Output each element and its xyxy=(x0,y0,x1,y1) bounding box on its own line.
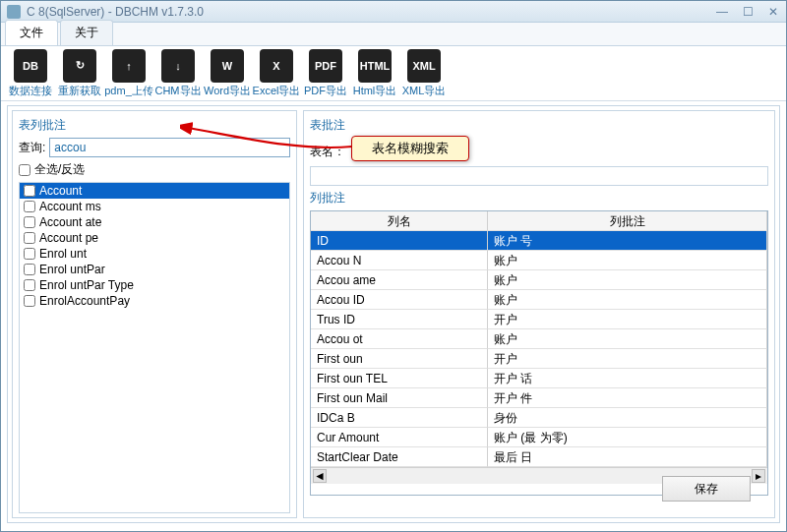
list-label: Enrol unt xyxy=(39,247,87,261)
table-row[interactable]: IDCa B身份 xyxy=(311,408,767,428)
list-label: Account ms xyxy=(39,200,101,213)
table-row[interactable]: StartClear Date最后 日 xyxy=(311,447,767,467)
list-item[interactable]: Account ate xyxy=(20,214,289,230)
toolbar-Excel导出[interactable]: XExcel导出 xyxy=(253,49,300,98)
cell-colnote[interactable]: 账户 xyxy=(488,290,767,310)
tab-file[interactable]: 文件 xyxy=(5,20,58,45)
close-button[interactable]: ✕ xyxy=(766,5,780,19)
select-all-checkbox[interactable] xyxy=(19,164,30,176)
list-item[interactable]: Account ms xyxy=(20,199,289,214)
right-panel: 表批注 表名： Account 列批注 列名 列批注 ID账户 号Accou N… xyxy=(303,110,775,518)
tab-about[interactable]: 关于 xyxy=(60,20,113,45)
cell-colname[interactable]: Accou ID xyxy=(311,290,488,310)
cell-colnote[interactable]: 账户 xyxy=(488,251,767,270)
cell-colname[interactable]: Trus ID xyxy=(311,310,488,329)
search-input[interactable] xyxy=(49,138,290,157)
grid-header: 列名 列批注 xyxy=(311,211,767,231)
toolbar-数据连接[interactable]: DB数据连接 xyxy=(7,49,54,98)
list-label: Account pe xyxy=(39,231,98,245)
list-item[interactable]: Enrol unt xyxy=(20,246,289,262)
list-checkbox[interactable] xyxy=(24,216,35,228)
table-row[interactable]: Accou ID账户 xyxy=(311,290,767,310)
toolbar-label: Html导出 xyxy=(353,84,397,98)
list-label: Account xyxy=(39,184,82,198)
cell-colname[interactable]: StartClear Date xyxy=(311,447,488,467)
header-colnote[interactable]: 列批注 xyxy=(488,211,767,231)
list-label: Enrol untPar Type xyxy=(39,278,134,292)
list-item[interactable]: EnrolAccountPay xyxy=(20,293,289,309)
header-colname[interactable]: 列名 xyxy=(311,211,488,231)
cell-colname[interactable]: First oun xyxy=(311,349,488,369)
window-title: C 8(SqlServer) - DBCHM v1.7.3.0 xyxy=(27,5,715,19)
save-button[interactable]: 保存 xyxy=(662,476,751,502)
toolbar-CHM导出[interactable]: ↓CHM导出 xyxy=(154,49,202,98)
list-item[interactable]: Enrol untPar xyxy=(20,262,289,277)
cell-colname[interactable]: Accou ot xyxy=(311,329,488,349)
column-grid[interactable]: 列名 列批注 ID账户 号Accou N账户Accou ame账户Accou I… xyxy=(310,210,768,496)
table-row[interactable]: Accou N账户 xyxy=(311,251,767,270)
cell-colnote[interactable]: 账户 xyxy=(488,270,767,290)
table-row[interactable]: Accou ot账户 xyxy=(311,329,767,349)
maximize-button[interactable]: ☐ xyxy=(741,5,755,19)
toolbar-PDF导出[interactable]: PDFPDF导出 xyxy=(302,49,349,98)
search-label: 查询: xyxy=(19,140,45,156)
cell-colnote[interactable]: 开户 话 xyxy=(488,369,767,388)
list-checkbox[interactable] xyxy=(24,248,35,260)
toolbar: DB数据连接↻重新获取↑pdm_上传↓CHM导出WWord导出XExcel导出P… xyxy=(1,46,786,101)
titlebar[interactable]: C 8(SqlServer) - DBCHM v1.7.3.0 — ☐ ✕ xyxy=(1,1,786,23)
cell-colname[interactable]: ID xyxy=(311,231,488,251)
list-item[interactable]: Account xyxy=(20,183,289,199)
cell-colname[interactable]: Cur Amount xyxy=(311,428,488,447)
toolbar-label: 重新获取 xyxy=(58,84,101,98)
toolbar-label: 数据连接 xyxy=(9,84,52,98)
list-item[interactable]: Account pe xyxy=(20,230,289,246)
left-panel: 表列批注 查询: 全选/反选 AccountAccount msAccount … xyxy=(12,110,297,518)
toolbar-label: CHM导出 xyxy=(154,84,201,98)
toolbar-XML导出[interactable]: XMLXML导出 xyxy=(400,49,448,98)
cell-colname[interactable]: Accou N xyxy=(311,251,488,270)
cell-colname[interactable]: IDCa B xyxy=(311,408,488,428)
cell-colnote[interactable]: 开户 xyxy=(488,349,767,369)
table-row[interactable]: Cur Amount账户 (最 为零) xyxy=(311,428,767,447)
minimize-button[interactable]: — xyxy=(715,5,729,19)
toolbar-重新获取[interactable]: ↻重新获取 xyxy=(56,49,103,98)
cell-colnote[interactable]: 账户 号 xyxy=(488,231,767,251)
list-checkbox[interactable] xyxy=(24,295,35,307)
list-checkbox[interactable] xyxy=(24,232,35,244)
list-item[interactable]: Enrol untPar Type xyxy=(20,277,289,293)
table-row[interactable]: Trus ID开户 xyxy=(311,310,767,329)
scroll-left-icon[interactable]: ◄ xyxy=(313,469,327,483)
list-label: Account ate xyxy=(39,215,101,229)
table-row[interactable]: Accou ame账户 xyxy=(311,270,767,290)
toolbar-icon: HTML xyxy=(358,49,392,83)
cell-colnote[interactable]: 最后 日 xyxy=(488,447,767,467)
table-row[interactable]: First oun开户 xyxy=(311,349,767,369)
table-row[interactable]: First oun Mail开户 件 xyxy=(311,388,767,408)
select-all-label: 全选/反选 xyxy=(34,161,85,178)
cell-colnote[interactable]: 身份 xyxy=(488,408,767,428)
list-checkbox[interactable] xyxy=(24,279,35,291)
table-list[interactable]: AccountAccount msAccount ateAccount peEn… xyxy=(19,182,290,513)
table-row[interactable]: First oun TEL开户 话 xyxy=(311,369,767,388)
cell-colname[interactable]: First oun Mail xyxy=(311,388,488,408)
list-checkbox[interactable] xyxy=(24,185,35,197)
toolbar-Html导出[interactable]: HTMLHtml导出 xyxy=(351,49,398,98)
scroll-right-icon[interactable]: ▸ xyxy=(752,469,765,483)
main-window: C 8(SqlServer) - DBCHM v1.7.3.0 — ☐ ✕ 文件… xyxy=(0,0,787,532)
right-group-label: 表批注 xyxy=(310,117,768,134)
cell-colnote[interactable]: 账户 xyxy=(488,329,767,349)
toolbar-icon: W xyxy=(211,49,244,83)
toolbar-pdm_上传[interactable]: ↑pdm_上传 xyxy=(105,49,152,98)
list-checkbox[interactable] xyxy=(24,264,35,275)
cell-colname[interactable]: First oun TEL xyxy=(311,369,488,388)
toolbar-Word导出[interactable]: WWord导出 xyxy=(204,49,251,98)
table-note-input[interactable] xyxy=(310,166,768,186)
cell-colname[interactable]: Accou ame xyxy=(311,270,488,290)
cell-colnote[interactable]: 开户 xyxy=(488,310,767,329)
cell-colnote[interactable]: 开户 件 xyxy=(488,388,767,408)
list-checkbox[interactable] xyxy=(24,201,35,212)
toolbar-icon: X xyxy=(260,49,293,83)
table-row[interactable]: ID账户 号 xyxy=(311,231,767,251)
cell-colnote[interactable]: 账户 (最 为零) xyxy=(488,428,767,447)
select-all-row[interactable]: 全选/反选 xyxy=(19,161,290,178)
